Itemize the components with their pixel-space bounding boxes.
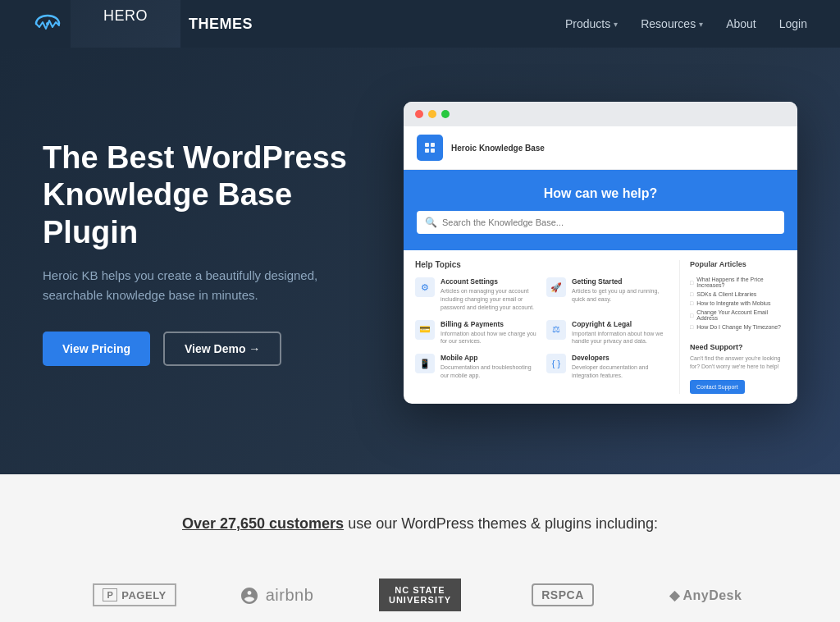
kb-topic-developers-desc: Developer documentation and integration … <box>572 364 669 380</box>
logo-rspca: RSPCA <box>495 570 630 620</box>
nav-about[interactable]: About <box>726 17 756 30</box>
getting-started-icon: 🚀 <box>546 277 566 297</box>
svg-rect-3 <box>425 149 429 153</box>
billing-icon: 💳 <box>415 320 435 340</box>
kb-topic-getting-started: 🚀 Getting Started Articles to get you up… <box>546 277 669 311</box>
kb-topic-getting-started-title: Getting Started <box>572 277 669 286</box>
social-proof-section: Over 27,650 customers use our WordPress … <box>0 474 840 622</box>
kb-logo-icon <box>417 135 443 161</box>
kb-search-bar: 🔍 <box>417 211 784 234</box>
mobile-icon: 📱 <box>415 354 435 373</box>
kb-topic-developers-title: Developers <box>572 354 669 362</box>
kb-popular-heading: Popular Articles <box>690 260 786 268</box>
nav-links: Products ▾ Resources ▾ About Login <box>565 17 807 30</box>
browser-bar <box>404 102 797 126</box>
pagely-p-icon: P <box>103 588 117 601</box>
hero-buttons: View Pricing View Demo → <box>43 332 354 366</box>
kb-popular-item-4: How Do I Change My Timezone? <box>690 322 786 332</box>
resources-chevron-icon: ▾ <box>699 20 703 29</box>
kb-topic-legal-desc: Important information about how we handl… <box>572 330 669 346</box>
nav-login-label: Login <box>779 17 807 30</box>
kb-topic-billing: 💳 Billing & Payments Information about h… <box>415 320 538 346</box>
nav-about-label: About <box>726 17 756 30</box>
logo-anydesk: ◆ AnyDesk <box>638 574 773 616</box>
kb-popular-item-3: Change Your Account Email Address <box>690 308 786 322</box>
nav-about-link[interactable]: About <box>726 17 756 30</box>
kb-header: Heroic Knowledge Base <box>404 126 797 170</box>
nav-products-link[interactable]: Products ▾ <box>565 17 618 30</box>
products-chevron-icon: ▾ <box>614 20 618 29</box>
kb-need-support: Need Support? Can't find the answer you'… <box>690 343 786 394</box>
contact-support-button[interactable]: Contact Support <box>690 380 745 394</box>
kb-topic-developers: { } Developers Developer documentation a… <box>546 354 669 380</box>
kb-topic-legal-title: Copyright & Legal <box>572 320 669 328</box>
kb-topic-getting-started-desc: Articles to get you up and running, quic… <box>572 287 669 304</box>
legal-icon: ⚖ <box>546 320 566 340</box>
kb-topic-account: ⚙ Account Settings Articles on managing … <box>415 277 538 311</box>
social-proof-headline: Over 27,650 customers use our WordPress … <box>33 515 807 533</box>
kb-popular-item-0: What Happens if the Price Increases? <box>690 275 786 290</box>
ncstate-logo: NC STATEUNIVERSITY <box>379 579 461 611</box>
svg-rect-4 <box>431 149 435 153</box>
kb-topics-heading: Help Topics <box>415 260 669 269</box>
hero-text-block: The Best WordPress Knowledge Base Plugin… <box>43 139 354 367</box>
kb-topic-account-title: Account Settings <box>441 277 538 286</box>
kb-popular-item-2: How to Integrate with Mobius <box>690 299 786 308</box>
hero-subtext: Heroic KB helps you create a beautifully… <box>43 266 354 305</box>
kb-sidebar: Popular Articles What Happens if the Pri… <box>679 260 786 394</box>
nav-resources-link[interactable]: Resources ▾ <box>641 17 703 30</box>
logos-grid: P PAGELY airbnb NC STATEUNIVERSITY RSPCA… <box>67 565 773 622</box>
hero-heading: The Best WordPress Knowledge Base Plugin <box>43 139 354 252</box>
browser-dot-green <box>441 110 450 118</box>
kb-search-heading: How can we help? <box>417 186 784 201</box>
kb-search-area: How can we help? 🔍 <box>404 170 797 250</box>
kb-topic-billing-desc: Information about how we charge you for … <box>441 330 538 346</box>
kb-topic-mobile-title: Mobile App <box>441 354 538 362</box>
rspca-logo: RSPCA <box>532 583 594 606</box>
social-proof-headline-end: use our WordPress themes & plugins inclu… <box>344 515 658 532</box>
kb-need-support-text: Can't find the answer you're looking for… <box>690 354 786 371</box>
nav-products-label: Products <box>565 17 610 30</box>
kb-topic-account-desc: Articles on managing your account includ… <box>441 287 538 311</box>
kb-search-input[interactable] <box>442 217 776 227</box>
nav-resources[interactable]: Resources ▾ <box>641 17 703 30</box>
logo-airbnb: airbnb <box>210 573 345 618</box>
kb-topic-mobile-desc: Documentation and troubleshooting our mo… <box>441 364 538 380</box>
view-demo-button[interactable]: View Demo → <box>163 332 281 366</box>
kb-topic-billing-title: Billing & Payments <box>441 320 538 328</box>
kb-topics-grid: ⚙ Account Settings Articles on managing … <box>415 277 669 380</box>
kb-topics: Help Topics ⚙ Account Settings Articles … <box>415 260 669 394</box>
svg-rect-1 <box>425 143 429 147</box>
nav-login-link[interactable]: Login <box>779 17 807 30</box>
kb-need-support-heading: Need Support? <box>690 343 786 351</box>
developers-icon: { } <box>546 354 566 373</box>
hero-section: The Best WordPress Knowledge Base Plugin… <box>0 48 840 474</box>
kb-search-icon: 🔍 <box>425 217 437 228</box>
browser-mockup: Heroic Knowledge Base How can we help? 🔍… <box>404 102 797 404</box>
account-settings-icon: ⚙ <box>415 277 435 297</box>
customer-count-text: Over 27,650 customers <box>182 515 344 532</box>
airbnb-logo: airbnb <box>241 586 314 605</box>
view-pricing-button[interactable]: View Pricing <box>43 332 150 366</box>
nav-login[interactable]: Login <box>779 17 807 30</box>
nav-products[interactable]: Products ▾ <box>565 17 618 30</box>
kb-popular-list: What Happens if the Price Increases? SDK… <box>690 275 786 332</box>
logo-pagely: P PAGELY <box>67 570 202 620</box>
pagely-logo: P PAGELY <box>93 583 176 606</box>
anydesk-logo: ◆ AnyDesk <box>669 588 742 603</box>
kb-logo-text: Heroic Knowledge Base <box>451 143 545 153</box>
nav-resources-label: Resources <box>641 17 696 30</box>
svg-rect-2 <box>431 143 435 147</box>
kb-topic-mobile: 📱 Mobile App Documentation and troublesh… <box>415 354 538 380</box>
logo-themes-text: THEMES <box>189 16 253 33</box>
kb-content: Help Topics ⚙ Account Settings Articles … <box>404 250 797 404</box>
logo-ncstate: NC STATEUNIVERSITY <box>353 565 487 622</box>
browser-dot-yellow <box>428 110 436 118</box>
kb-topic-legal: ⚖ Copyright & Legal Important informatio… <box>546 320 669 346</box>
browser-dot-red <box>415 110 423 118</box>
svg-point-0 <box>46 22 49 25</box>
navbar: HEROTHEMES Products ▾ Resources ▾ About … <box>0 0 840 48</box>
kb-popular-item-1: SDKs & Client Libraries <box>690 290 786 299</box>
